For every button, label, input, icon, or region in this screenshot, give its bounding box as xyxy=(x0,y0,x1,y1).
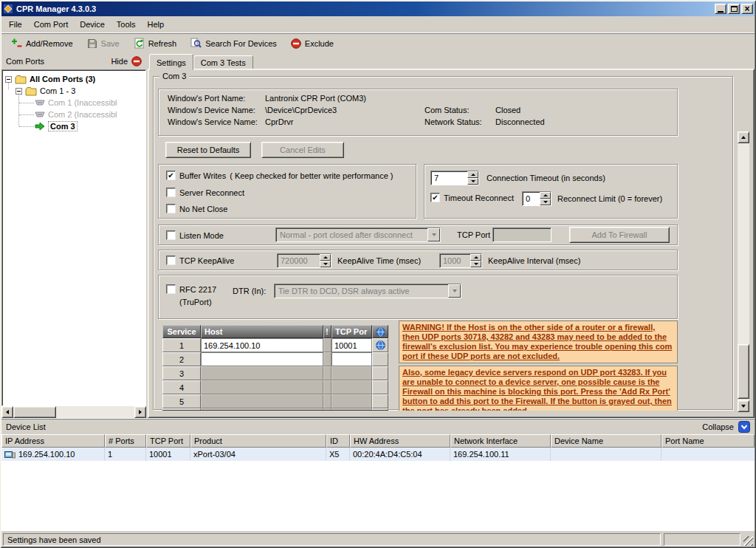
column-header-network-interface[interactable]: Network Interface xyxy=(450,434,551,448)
chevron-down-icon[interactable] xyxy=(427,228,440,242)
tcp-port-cell[interactable] xyxy=(331,394,372,408)
column-header-ports[interactable]: # Ports xyxy=(105,434,146,448)
title-bar[interactable]: CPR Manager 4.3.0.3 × xyxy=(1,1,755,16)
tab-settings[interactable]: Settings xyxy=(149,54,193,70)
tree-item-all-com-ports[interactable]: All Com Ports (3) xyxy=(5,73,95,85)
service-column-header[interactable]: Service xyxy=(162,325,201,338)
menu-tools[interactable]: Tools xyxy=(111,18,142,31)
spin-down-button[interactable] xyxy=(467,178,478,185)
scroll-thumb[interactable] xyxy=(738,344,749,399)
hide-panel-icon[interactable] xyxy=(131,56,142,66)
reconnect-limit-spinner[interactable]: 0 xyxy=(522,191,551,206)
scroll-up-button[interactable] xyxy=(738,131,749,143)
add-to-firewall-button[interactable]: Add To Firewall xyxy=(569,227,670,243)
spin-up-button[interactable] xyxy=(470,254,481,261)
globe-cell[interactable] xyxy=(372,408,388,411)
collapse-expander-icon[interactable] xyxy=(5,76,12,83)
column-header-ip[interactable]: IP Address xyxy=(1,434,105,448)
resize-grip[interactable] xyxy=(743,536,753,546)
tree-item-com2[interactable]: Com 2 (Inaccessibl xyxy=(35,109,117,120)
tcp-port-input[interactable] xyxy=(492,227,551,242)
menu-com-port[interactable]: Com Port xyxy=(28,18,74,31)
column-header-tcp-port[interactable]: TCP Port xyxy=(146,434,190,448)
keepalive-interval-spinner[interactable]: 1000 xyxy=(439,253,482,268)
spin-up-button[interactable] xyxy=(320,254,331,261)
collapse-expander-icon[interactable] xyxy=(16,88,22,95)
collapse-label[interactable]: Collapse xyxy=(702,422,734,431)
menu-device[interactable]: Device xyxy=(74,18,111,31)
spin-down-button[interactable] xyxy=(470,261,481,267)
cancel-edits-button[interactable]: Cancel Edits xyxy=(261,142,344,158)
server-reconnect-label: Server Reconnect xyxy=(179,188,244,197)
no-net-close-checkbox[interactable] xyxy=(166,204,176,213)
connection-timeout-spinner[interactable]: 7 xyxy=(430,171,479,185)
dtr-dropdown[interactable]: Tie DTR to DCD, DSR always active xyxy=(274,284,461,298)
restore-button[interactable] xyxy=(728,4,740,14)
tcp-port-cell[interactable] xyxy=(331,380,372,394)
buffer-writes-checkbox[interactable]: ✔ xyxy=(166,171,176,180)
menu-help[interactable]: Help xyxy=(142,18,171,31)
column-header-product[interactable]: Product xyxy=(190,434,326,448)
column-header-hw-address[interactable]: HW Address xyxy=(350,434,450,448)
listen-mode-checkbox[interactable] xyxy=(166,230,176,240)
tcp-port-cell[interactable]: 10001 xyxy=(331,338,372,352)
tcp-port-cell[interactable] xyxy=(331,408,372,411)
tab-com3-tests[interactable]: Com 3 Tests xyxy=(193,55,253,69)
close-button[interactable]: × xyxy=(741,4,753,14)
spin-down-button[interactable] xyxy=(540,199,551,205)
minimize-button[interactable] xyxy=(715,4,726,14)
bang-column-header[interactable]: ! xyxy=(323,325,331,338)
scroll-down-button[interactable] xyxy=(738,400,749,412)
spin-up-button[interactable] xyxy=(540,192,551,199)
host-cell[interactable] xyxy=(201,408,323,411)
device-row[interactable]: 169.254.100.10 1 10001 xPort-03/04 X5 00… xyxy=(1,448,755,461)
com-status-label: Com Status: xyxy=(425,106,470,114)
server-reconnect-checkbox[interactable] xyxy=(166,188,176,197)
settings-vertical-scrollbar[interactable] xyxy=(738,131,749,412)
listen-mode-dropdown[interactable]: Normal - port closed after disconnect xyxy=(275,227,441,242)
tcp-port-label: TCP Port xyxy=(457,230,490,239)
spin-down-button[interactable] xyxy=(320,261,331,267)
reset-to-defaults-button[interactable]: Reset to Defaults xyxy=(165,142,251,158)
tcp-keepalive-checkbox[interactable] xyxy=(166,256,176,265)
host-cell[interactable] xyxy=(201,352,323,366)
tcp-port-cell[interactable] xyxy=(331,352,372,366)
globe-cell[interactable] xyxy=(372,394,388,408)
column-header-port-name[interactable]: Port Name xyxy=(662,434,755,448)
tree-horizontal-scrollbar[interactable] xyxy=(1,406,146,418)
save-button[interactable]: Save xyxy=(83,36,124,51)
add-remove-button[interactable]: Add/Remove xyxy=(7,35,78,51)
tcp-port-column-header[interactable]: TCP Por xyxy=(331,325,372,338)
hide-label[interactable]: Hide xyxy=(111,57,128,66)
tree-item-com-group[interactable]: Com 1 - 3 xyxy=(16,85,75,97)
chevron-down-icon[interactable] xyxy=(448,284,461,298)
host-cell[interactable]: 169.254.100.10 xyxy=(201,338,323,352)
host-column-header[interactable]: Host xyxy=(201,325,323,338)
host-cell[interactable] xyxy=(201,380,323,394)
menu-file[interactable]: File xyxy=(3,18,28,31)
spin-up-button[interactable] xyxy=(467,171,478,178)
host-cell[interactable] xyxy=(201,366,323,380)
scroll-thumb[interactable] xyxy=(13,406,56,418)
column-header-device-name[interactable]: Device Name xyxy=(551,434,662,448)
app-window: CPR Manager 4.3.0.3 × File Com Port Devi… xyxy=(0,0,756,548)
tree-item-com3[interactable]: Com 3 xyxy=(35,120,78,132)
globe-column-header[interactable] xyxy=(372,325,388,338)
globe-cell[interactable] xyxy=(372,366,388,380)
collapse-icon[interactable] xyxy=(738,421,750,433)
globe-cell[interactable] xyxy=(372,352,388,366)
exclude-button[interactable]: Exclude xyxy=(286,36,338,51)
globe-cell[interactable] xyxy=(372,380,388,394)
tree-item-com1[interactable]: Com 1 (Inaccessibl xyxy=(35,97,117,109)
refresh-button[interactable]: Refresh xyxy=(129,35,182,51)
keepalive-time-spinner[interactable]: 720000 xyxy=(277,253,331,268)
search-for-devices-button[interactable]: Search For Devices xyxy=(186,35,281,51)
tcp-port-cell[interactable] xyxy=(331,366,372,380)
column-header-id[interactable]: ID xyxy=(326,434,350,448)
globe-icon[interactable] xyxy=(372,338,388,352)
scroll-left-button[interactable] xyxy=(1,406,13,418)
rfc2217-checkbox[interactable] xyxy=(166,284,176,294)
scroll-right-button[interactable] xyxy=(134,406,146,418)
host-cell[interactable] xyxy=(201,394,323,408)
timeout-reconnect-checkbox[interactable]: ✔ xyxy=(430,193,440,202)
